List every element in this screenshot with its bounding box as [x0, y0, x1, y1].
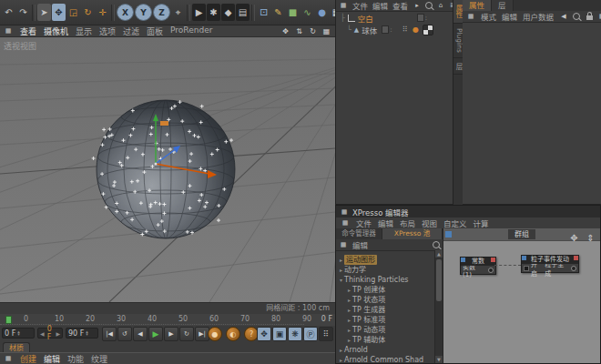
pool-tree-item-7[interactable]: ▸TP 动态项	[336, 325, 434, 335]
viewport-menu-item-5[interactable]: 面板	[147, 25, 163, 37]
viewport-menu-item-2[interactable]: 显示	[76, 25, 92, 37]
scale-icon[interactable]: ◲	[66, 4, 80, 21]
xgroup-header[interactable]: 群组 ✥⇕	[443, 228, 600, 241]
viewport-menu-item-6[interactable]: ProRender	[170, 25, 212, 37]
zoom-view-icon[interactable]: ⇅	[294, 26, 304, 36]
move-icon[interactable]: ✥	[52, 4, 66, 21]
scrollbar-thumb[interactable]	[436, 259, 442, 301]
pool-scrollbar[interactable]: ▲ ▼	[434, 250, 443, 363]
live-selection-icon[interactable]: ➤	[37, 4, 51, 21]
viewport[interactable]: 透视视图	[0, 37, 335, 302]
axis-y-lock-icon[interactable]: Y	[135, 4, 152, 21]
viewport-menu-item-1[interactable]: 摄像机	[44, 25, 68, 37]
viewport-menu-item-4[interactable]: 过滤	[123, 25, 139, 37]
node-title[interactable]: 常数	[461, 258, 495, 266]
xpresso-graph-area[interactable]: 群组 ✥⇕ 常数 实数 (1) 粒子事件发动 开启 粒子生成	[443, 228, 600, 363]
timeline-playhead[interactable]	[5, 316, 12, 324]
node-title[interactable]: 粒子事件发动	[522, 256, 578, 264]
grid-icon[interactable]: ▦	[597, 12, 601, 21]
object-row-null[interactable]: ├ 空白 :	[336, 12, 453, 24]
environment-icon[interactable]: ●	[315, 4, 329, 21]
visibility-toggle[interactable]	[417, 14, 424, 22]
attribute-panel-menu-icon[interactable]: ▦	[466, 12, 475, 21]
render-team-icon[interactable]: ◆	[221, 4, 235, 21]
xpresso-menu-item-1[interactable]: 编辑	[378, 217, 393, 228]
pool-tree-item-4[interactable]: ▸TP 状态项	[336, 295, 434, 305]
pool-tree-item-1[interactable]: ▸动力学	[336, 265, 434, 275]
previous-frame-button[interactable]: ◀	[133, 327, 148, 341]
overflow-icon[interactable]: ▸	[413, 1, 422, 10]
tab-XPresso 池[interactable]: XPresso 池	[382, 228, 443, 239]
last-tool-icon[interactable]: ✛	[96, 4, 109, 21]
render-queue-icon[interactable]: ▤	[236, 4, 250, 21]
phong-tag-icon[interactable]: ●	[412, 25, 421, 35]
pool-tree-item-2[interactable]: ▾Thinking Particles	[336, 275, 434, 285]
material-menu-item-2[interactable]: 功能	[67, 353, 84, 364]
viewport-view-label[interactable]: 透视视图	[4, 40, 36, 52]
rotate-view-icon[interactable]: ↻	[308, 26, 318, 36]
editor-cube-icon[interactable]: ⚀	[257, 4, 270, 21]
pan-graph-icon[interactable]: ✥	[567, 229, 581, 247]
pool-tree-item-0[interactable]: ▸运动图形	[336, 255, 434, 265]
tab-属性[interactable]: 属性	[463, 0, 492, 11]
search-icon[interactable]	[433, 241, 440, 248]
pen-icon[interactable]: ✎	[271, 4, 285, 21]
goto-start-button[interactable]: |◀	[102, 327, 117, 341]
home-icon[interactable]: ⌂	[436, 1, 445, 10]
xpresso-menu-item-2[interactable]: 布局	[400, 217, 415, 228]
tab-命令管理器[interactable]: 命令管理器	[336, 228, 382, 239]
dots-tag-icon[interactable]: ⠿	[401, 25, 410, 35]
end-frame-stepper[interactable]	[86, 330, 88, 336]
pool-menu-item-0[interactable]: 编辑	[352, 239, 368, 250]
object-label[interactable]: 球体	[362, 25, 377, 35]
object-label[interactable]: 空白	[358, 13, 373, 24]
xpresso-menu-item-3[interactable]: 视图	[422, 217, 437, 228]
axis-x-lock-icon[interactable]: X	[117, 4, 134, 21]
switch-view-icon[interactable]: ▦	[321, 26, 331, 36]
pool-tree-item-9[interactable]: ▸Arnold	[336, 345, 434, 355]
viewport-panel-menu-icon[interactable]: ▦	[4, 26, 13, 35]
axis-z-lock-icon[interactable]: Z	[153, 4, 170, 21]
xpresso-tag-icon[interactable]	[423, 25, 433, 35]
autokey-button[interactable]: ◐	[226, 327, 240, 341]
frame-mini-slider[interactable]: 0 F	[37, 328, 63, 339]
xpresso-menu-item-0[interactable]: 文件	[356, 217, 372, 228]
xgroup-title[interactable]: 群组	[508, 229, 535, 239]
viewport-canvas[interactable]	[0, 37, 335, 302]
xgroup-input-port[interactable]	[445, 231, 452, 238]
coordinate-system-icon[interactable]: ⌖	[171, 4, 185, 21]
record-position-button[interactable]: ✥	[257, 327, 271, 341]
attribute-menu-item-1[interactable]: 编辑	[502, 11, 517, 22]
current-frame-field[interactable]: 0 F	[2, 328, 35, 339]
output-port[interactable]	[571, 266, 576, 271]
spline-icon[interactable]: ∿	[300, 4, 314, 21]
undo-icon[interactable]: ↶	[2, 4, 15, 21]
frame-stepper[interactable]	[17, 330, 20, 336]
pool-panel-menu-icon[interactable]: ▦	[339, 240, 348, 249]
object-manager-menu-item-1[interactable]: 编辑	[372, 0, 388, 11]
scroll-up-icon[interactable]: ▲	[435, 250, 443, 258]
play-button[interactable]: ▶	[148, 327, 163, 341]
xpresso-node-particle[interactable]: 粒子事件发动 开启 粒子生成	[521, 255, 579, 273]
pan-view-icon[interactable]: ✥	[280, 26, 290, 36]
record-pla-button[interactable]: ⠿	[319, 327, 333, 341]
scroll-down-icon[interactable]: ▼	[435, 356, 443, 363]
xpresso-title-bar[interactable]: ▦ XPresso 编辑器	[336, 206, 600, 217]
material-panel-menu-icon[interactable]: ▦	[4, 354, 13, 363]
rotate-icon[interactable]: ↻	[81, 4, 95, 21]
record-keyframe-button[interactable]: ●	[208, 327, 222, 341]
primitive-cube-icon[interactable]: ■	[286, 4, 300, 21]
record-scale-button[interactable]: ▣	[272, 327, 287, 341]
loop-button[interactable]: ↻	[179, 327, 194, 341]
search-icon[interactable]	[424, 1, 433, 10]
pool-tree-item-5[interactable]: ▸TP 生成器	[336, 305, 434, 315]
xpresso-panel-menu-icon[interactable]: ▦	[341, 218, 350, 228]
back-icon[interactable]: ◀	[559, 12, 568, 21]
redo-icon[interactable]: ↷	[16, 4, 30, 21]
material-menu-item-1[interactable]: 编辑	[44, 353, 60, 364]
lock-icon[interactable]	[585, 12, 594, 21]
render-settings-icon[interactable]: ✱	[207, 4, 220, 21]
pool-tree-item-6[interactable]: ▸TP 标准项	[336, 315, 434, 325]
input-port[interactable]	[524, 266, 529, 271]
fit-graph-icon[interactable]: ⇕	[584, 229, 597, 247]
